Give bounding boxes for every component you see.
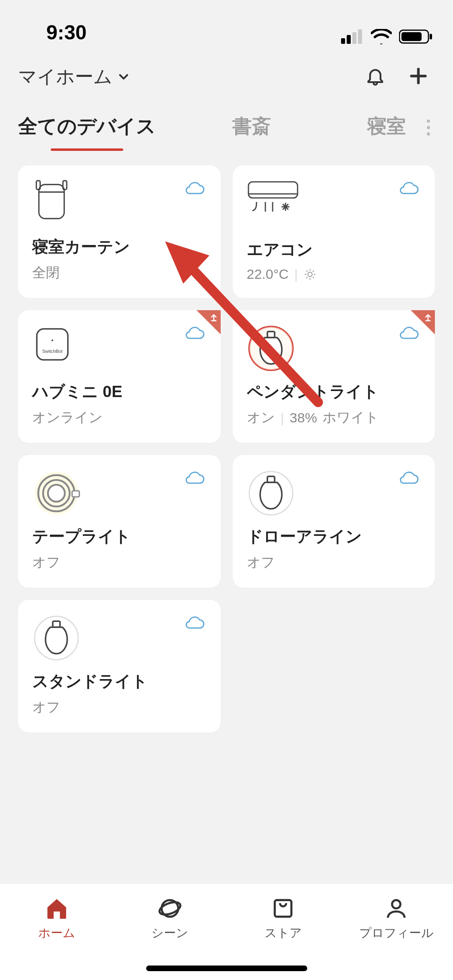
svg-rect-0 (341, 38, 345, 44)
aircon-device-icon (247, 179, 299, 216)
svg-line-29 (312, 270, 314, 272)
svg-rect-14 (248, 182, 298, 198)
device-status: オフ (32, 553, 207, 572)
svg-text:SwitchBot: SwitchBot (42, 349, 63, 354)
svg-rect-38 (267, 331, 275, 338)
svg-line-30 (306, 277, 307, 278)
device-name: エアコン (247, 239, 421, 261)
tabbar-label: ホーム (38, 925, 75, 941)
bulb-device-icon (32, 614, 81, 662)
device-card-pendant-light[interactable]: ペンダントライト オン | 38% ホワイト (233, 310, 435, 443)
device-card-curtain[interactable]: 寝室カーテン 全閉 (18, 165, 221, 298)
chevron-down-icon (116, 70, 131, 84)
tabbar-label: シーン (151, 925, 188, 941)
header: マイホーム (0, 52, 453, 97)
svg-rect-6 (430, 34, 432, 39)
tabbar-label: プロフィール (359, 925, 434, 941)
status-bar: 9:30 (0, 0, 453, 52)
svg-rect-3 (358, 29, 362, 44)
svg-rect-12 (36, 181, 40, 189)
svg-rect-2 (352, 32, 356, 44)
device-grid: 寝室カーテン 全閉 エアコン (0, 149, 453, 733)
device-name: スタンドライト (32, 670, 207, 692)
curtain-device-icon (32, 179, 71, 224)
bell-icon (365, 66, 386, 86)
device-card-drawaline[interactable]: ドローアライン オフ (233, 455, 435, 588)
profile-icon (384, 896, 409, 921)
home-icon (44, 896, 69, 921)
room-tabs: 全てのデバイス 書斎 寝室 (0, 97, 453, 149)
home-indicator (146, 966, 307, 971)
svg-point-22 (308, 272, 312, 276)
tabbar-profile[interactable]: プロフィール (340, 884, 453, 980)
svg-line-28 (312, 277, 314, 278)
home-label: マイホーム (18, 64, 112, 89)
svg-rect-52 (275, 900, 291, 916)
device-card-stand-light[interactable]: スタンドライト オフ (18, 600, 221, 733)
device-card-tape-light[interactable]: テープライト オフ (18, 455, 221, 588)
svg-rect-1 (347, 35, 351, 44)
tab-all-devices[interactable]: 全てのデバイス (18, 109, 156, 149)
svg-point-51 (158, 900, 182, 917)
plus-icon (408, 66, 429, 86)
device-name: ハブミニ 0E (32, 381, 207, 403)
svg-point-42 (48, 485, 65, 502)
strip-light-device-icon (32, 469, 81, 517)
device-name: テープライト (32, 525, 207, 548)
device-name: ドローアライン (247, 525, 421, 548)
sun-icon (304, 268, 316, 281)
svg-point-9 (427, 132, 430, 136)
svg-rect-43 (72, 491, 79, 497)
device-name: ペンダントライト (247, 381, 421, 403)
svg-point-33 (52, 340, 53, 341)
device-name: 寝室カーテン (32, 236, 207, 258)
cloud-icon (184, 616, 205, 631)
svg-rect-45 (267, 476, 275, 482)
svg-rect-10 (39, 185, 64, 219)
svg-point-8 (427, 126, 430, 129)
add-button[interactable] (408, 66, 429, 88)
svg-line-27 (306, 270, 307, 272)
bulb-device-icon (247, 469, 295, 517)
device-card-hub[interactable]: SwitchBot ハブミニ 0E オンライン (18, 310, 221, 443)
svg-rect-5 (401, 32, 422, 41)
cellular-icon (341, 29, 364, 44)
svg-rect-13 (63, 181, 66, 189)
cloud-icon (184, 181, 205, 197)
status-time: 9:30 (46, 21, 87, 44)
svg-point-7 (427, 119, 430, 123)
tabbar-home[interactable]: ホーム (0, 884, 113, 980)
device-status: 22.0°C | (247, 266, 421, 282)
device-card-aircon[interactable]: エアコン 22.0°C | (233, 165, 435, 298)
more-vert-icon (426, 119, 431, 136)
home-selector[interactable]: マイホーム (18, 64, 131, 89)
svg-point-53 (392, 900, 401, 908)
tabbar-label: ストア (265, 925, 302, 941)
bulb-on-device-icon (247, 324, 295, 373)
tabs-more-button[interactable] (422, 119, 435, 140)
device-status: 全閉 (32, 264, 207, 282)
device-status: オフ (247, 553, 421, 572)
cloud-icon (399, 326, 419, 342)
status-icons (341, 29, 433, 44)
scene-icon (157, 896, 182, 921)
device-status: オフ (32, 698, 207, 716)
svg-rect-47 (53, 621, 60, 627)
store-icon (271, 896, 296, 921)
svg-rect-32 (37, 329, 68, 360)
cloud-icon (184, 471, 205, 486)
tab-study[interactable]: 書斎 (232, 109, 271, 149)
hub-device-icon: SwitchBot (32, 324, 72, 364)
cloud-icon (399, 181, 419, 197)
notifications-button[interactable] (365, 66, 386, 88)
tab-bedroom[interactable]: 寝室 (367, 109, 406, 149)
wifi-icon (371, 29, 392, 44)
device-status: オンライン (32, 408, 207, 427)
device-status: オン | 38% ホワイト (247, 408, 421, 427)
battery-icon (399, 29, 433, 44)
cloud-icon (399, 471, 419, 486)
cloud-icon (184, 326, 205, 342)
